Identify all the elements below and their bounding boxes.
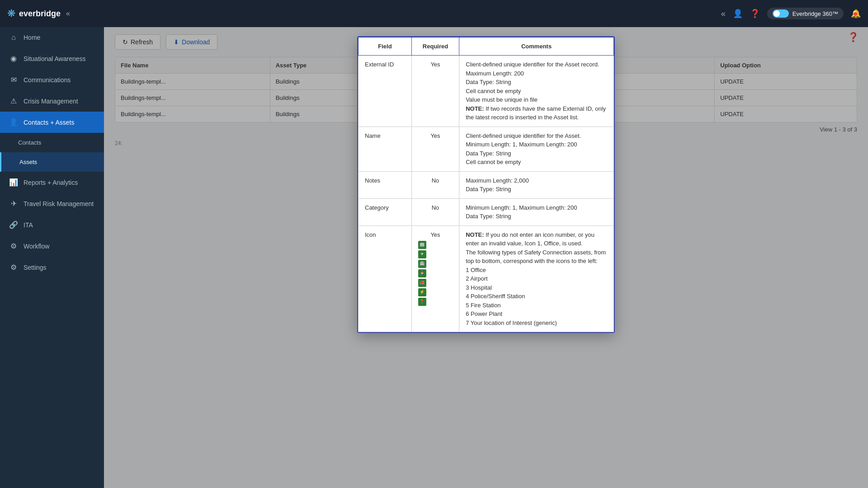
modal-cell-required: Yes bbox=[411, 56, 459, 127]
modal-col-required: Required bbox=[411, 38, 459, 56]
asset-type-icon: 🚒 bbox=[418, 279, 426, 287]
collapse-button[interactable]: « bbox=[66, 9, 70, 18]
sidebar-item-ita[interactable]: 🔗 ITA bbox=[0, 214, 104, 235]
notification-dot bbox=[854, 12, 857, 16]
sidebar-item-label: ITA bbox=[24, 221, 33, 229]
comment-text: Minimum Length: 1, Maximum Length: 200 bbox=[466, 141, 577, 148]
comment-note: NOTE: If you do not enter an icon number… bbox=[466, 231, 594, 247]
modal-dialog: Field Required Comments External ID Yes … bbox=[357, 36, 615, 333]
asset-type-icon: ✈ bbox=[418, 250, 426, 258]
comment-item: 5 Fire Station bbox=[466, 302, 500, 309]
sidebar: ⌂ Home ◉ Situational Awareness ✉ Communi… bbox=[0, 27, 104, 488]
settings-icon: ⚙ bbox=[9, 263, 18, 272]
comment-text: Client-defined unique identifier for the… bbox=[466, 132, 581, 139]
comment-text: Data Type: String bbox=[466, 79, 511, 85]
user-icon[interactable]: 👤 bbox=[733, 9, 743, 19]
comment-item: 6 Power Plant bbox=[466, 310, 502, 317]
asset-type-icon: ⚡ bbox=[418, 288, 426, 296]
comment-text: Minimum Length: 1, Maximum Length: 200 bbox=[466, 204, 577, 211]
modal-col-field: Field bbox=[359, 38, 412, 56]
sidebar-item-settings[interactable]: ⚙ Settings bbox=[0, 257, 104, 278]
sidebar-item-communications[interactable]: ✉ Communications bbox=[0, 69, 104, 90]
crisis-management-icon: ⚠ bbox=[9, 97, 18, 105]
modal-cell-required: Yes bbox=[411, 127, 459, 171]
sidebar-item-label: Communications bbox=[24, 76, 71, 84]
sidebar-item-reports-analytics[interactable]: 📊 Reports + Analytics bbox=[0, 172, 104, 193]
sidebar-item-label: Settings bbox=[24, 264, 47, 271]
comment-text: The following types of Safety Connection… bbox=[466, 249, 606, 265]
modal-cell-field: Icon bbox=[359, 225, 412, 332]
help-icon[interactable]: ❓ bbox=[750, 9, 760, 19]
sidebar-item-label: Workflow bbox=[24, 243, 49, 250]
everbridge360-label: Everbridge 360™ bbox=[793, 10, 838, 17]
sidebar-item-assets[interactable]: Assets bbox=[0, 152, 104, 172]
sidebar-item-travel-risk[interactable]: ✈ Travel Risk Management bbox=[0, 193, 104, 214]
modal-table-row: Notes No Maximum Length: 2,000Data Type:… bbox=[359, 171, 614, 198]
topbar: ❋ everbridge « « 👤 ❓ Everbridge 360™ 🔔 bbox=[0, 0, 868, 27]
sidebar-item-label: Contacts + Assets bbox=[24, 119, 74, 126]
comment-item: 4 Police/Sheriff Station bbox=[466, 293, 525, 300]
asset-type-icon: 🏥 bbox=[418, 260, 426, 268]
topbar-right: « 👤 ❓ Everbridge 360™ 🔔 bbox=[721, 8, 861, 19]
sidebar-item-label: Contacts bbox=[18, 139, 41, 146]
modal-cell-comments: Client-defined unique identifier for the… bbox=[459, 127, 614, 171]
sidebar-item-workflow[interactable]: ⚙ Workflow bbox=[0, 235, 104, 257]
comment-text: Cell cannot be empty bbox=[466, 159, 521, 165]
modal-cell-field: External ID bbox=[359, 56, 412, 127]
modal-col-comments: Comments bbox=[459, 38, 614, 56]
comment-note: NOTE: If two records have the same Exter… bbox=[466, 105, 606, 121]
logo-text: everbridge bbox=[19, 9, 61, 19]
modal-table-row: Icon Yes 🏢✈🏥👮🚒⚡📍 NOTE: If you do not ent… bbox=[359, 225, 614, 332]
modal-table-row: Category No Minimum Length: 1, Maximum L… bbox=[359, 198, 614, 225]
comment-item: 2 Airport bbox=[466, 275, 487, 282]
modal-cell-comments: Client-defined unique identifier for the… bbox=[459, 56, 614, 127]
logo: ❋ everbridge bbox=[7, 8, 61, 19]
topbar-left: ❋ everbridge « bbox=[7, 8, 70, 19]
logo-icon: ❋ bbox=[7, 8, 15, 19]
asset-type-icon: 🏢 bbox=[418, 241, 426, 249]
sidebar-item-label: Travel Risk Management bbox=[24, 200, 94, 207]
everbridge360-toggle[interactable]: Everbridge 360™ bbox=[767, 8, 844, 19]
collapse-sidebar-icon[interactable]: « bbox=[721, 9, 726, 19]
situational-awareness-icon: ◉ bbox=[9, 54, 18, 63]
comment-text: Data Type: String bbox=[466, 186, 511, 192]
comment-item: 7 Your location of Interest (generic) bbox=[466, 319, 557, 326]
modal-cell-comments: NOTE: If you do not enter an icon number… bbox=[459, 225, 614, 332]
sidebar-item-home[interactable]: ⌂ Home bbox=[0, 27, 104, 48]
ita-icon: 🔗 bbox=[9, 221, 18, 229]
travel-risk-icon: ✈ bbox=[9, 199, 18, 208]
modal-cell-required: No bbox=[411, 171, 459, 198]
home-icon: ⌂ bbox=[9, 33, 18, 42]
sidebar-item-label: Assets bbox=[19, 159, 37, 165]
asset-type-icon: 📍 bbox=[418, 298, 426, 306]
comment-text: Value must be unique in file bbox=[466, 96, 538, 103]
comment-text: Client-defined unique identifier for the… bbox=[466, 61, 599, 68]
sidebar-item-contacts[interactable]: Contacts bbox=[0, 133, 104, 152]
asset-type-icon: 👮 bbox=[418, 269, 426, 277]
modal-cell-field: Name bbox=[359, 127, 412, 171]
modal-cell-field: Notes bbox=[359, 171, 412, 198]
sidebar-item-contacts-assets[interactable]: 👤 Contacts + Assets bbox=[0, 112, 104, 133]
communications-icon: ✉ bbox=[9, 75, 18, 84]
sidebar-item-crisis-management[interactable]: ⚠ Crisis Management bbox=[0, 90, 104, 112]
modal-cell-field: Category bbox=[359, 198, 412, 225]
workflow-icon: ⚙ bbox=[9, 242, 18, 250]
toggle-switch[interactable] bbox=[773, 9, 789, 18]
modal-cell-required: Yes 🏢✈🏥👮🚒⚡📍 bbox=[411, 225, 459, 332]
layout: ⌂ Home ◉ Situational Awareness ✉ Communi… bbox=[0, 27, 868, 488]
reports-analytics-icon: 📊 bbox=[9, 178, 18, 187]
sidebar-item-label: Crisis Management bbox=[24, 98, 78, 105]
notifications-icon[interactable]: 🔔 bbox=[851, 9, 861, 19]
sidebar-item-situational-awareness[interactable]: ◉ Situational Awareness bbox=[0, 48, 104, 69]
main-content: ↻ Refresh ⬇ Download File Name Asset Typ… bbox=[104, 27, 868, 488]
sidebar-item-label: Reports + Analytics bbox=[24, 179, 78, 186]
comment-text: Data Type: String bbox=[466, 213, 511, 220]
modal-table-row: Name Yes Client-defined unique identifie… bbox=[359, 127, 614, 171]
comment-item: 3 Hospital bbox=[466, 284, 492, 291]
modal-cell-required: No bbox=[411, 198, 459, 225]
sidebar-item-label: Home bbox=[24, 34, 40, 41]
icon-list: 🏢✈🏥👮🚒⚡📍 bbox=[418, 241, 453, 306]
modal-cell-comments: Minimum Length: 1, Maximum Length: 200Da… bbox=[459, 198, 614, 225]
modal-cell-comments: Maximum Length: 2,000Data Type: String bbox=[459, 171, 614, 198]
comment-text: Maximum Length: 2,000 bbox=[466, 177, 528, 184]
